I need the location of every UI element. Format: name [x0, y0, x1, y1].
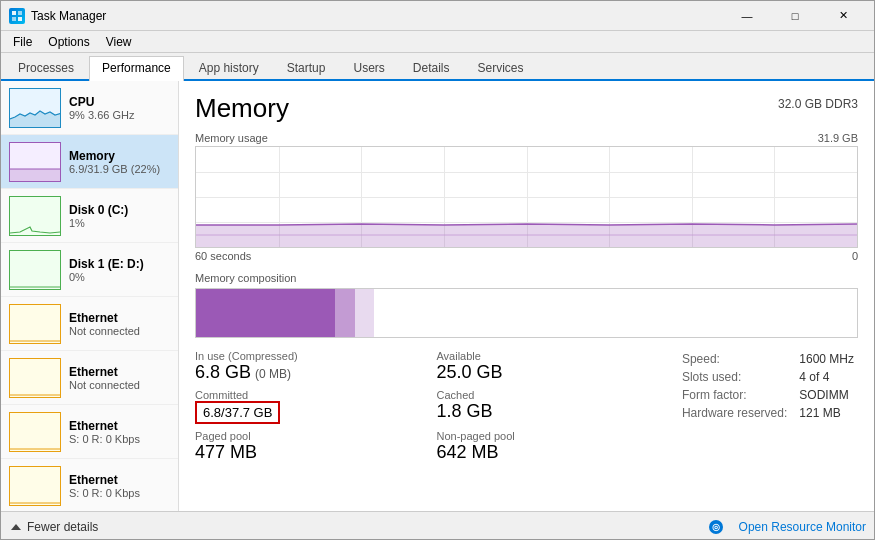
disk0-thumbnail: [9, 196, 61, 236]
chart-label: Memory usage: [195, 132, 268, 144]
sidebar-item-memory[interactable]: Memory 6.9/31.9 GB (22%): [1, 135, 178, 189]
content-area: Memory 32.0 GB DDR3 Memory usage 31.9 GB: [179, 81, 874, 511]
eth2-sidebar-text: Ethernet Not connected: [69, 365, 140, 391]
cpu-usage: 9% 3.66 GHz: [69, 109, 134, 121]
svg-rect-3: [18, 17, 22, 21]
in-use-value: 6.8 GB: [195, 362, 251, 383]
slots-value: 4 of 4: [795, 368, 858, 386]
sidebar-item-disk0[interactable]: Disk 0 (C:) 1%: [1, 189, 178, 243]
title-bar: Task Manager — □ ✕: [1, 1, 874, 31]
tab-details[interactable]: Details: [400, 56, 463, 79]
status-bar: Fewer details ◎ Open Resource Monitor: [1, 511, 874, 540]
eth1-status: Not connected: [69, 325, 140, 337]
svg-rect-0: [12, 11, 16, 15]
sidebar-item-eth1[interactable]: Ethernet Not connected: [1, 297, 178, 351]
comp-standby: [355, 289, 375, 337]
maximize-button[interactable]: □: [772, 1, 818, 31]
in-use-sub: (0 MB): [255, 367, 291, 381]
eth3-sidebar-text: Ethernet S: 0 R: 0 Kbps: [69, 419, 140, 445]
tab-services[interactable]: Services: [465, 56, 537, 79]
eth2-label: Ethernet: [69, 365, 140, 379]
eth1-thumbnail: [9, 304, 61, 344]
eth4-sidebar-text: Ethernet S: 0 R: 0 Kbps: [69, 473, 140, 499]
eth1-sidebar-text: Ethernet Not connected: [69, 311, 140, 337]
comp-modified: [335, 289, 355, 337]
slots-label: Slots used:: [678, 368, 795, 386]
chart-time-left: 60 seconds: [195, 250, 251, 262]
tab-bar: Processes Performance App history Startu…: [1, 53, 874, 81]
minimize-button[interactable]: —: [724, 1, 770, 31]
fewer-details-button[interactable]: Fewer details: [9, 520, 98, 534]
cached-value: 1.8 GB: [436, 401, 657, 422]
stat-row-form: Form factor: SODIMM: [678, 386, 858, 404]
available-label: Available: [436, 350, 657, 362]
form-value: SODIMM: [795, 386, 858, 404]
menu-bar: File Options View: [1, 31, 874, 53]
chart-time-row: 60 seconds 0: [195, 250, 858, 262]
memory-label: Memory: [69, 149, 160, 163]
svg-rect-2: [12, 17, 16, 21]
eth3-status: S: 0 R: 0 Kbps: [69, 433, 140, 445]
disk0-label: Disk 0 (C:): [69, 203, 128, 217]
window-title: Task Manager: [31, 9, 106, 23]
available-value: 25.0 GB: [436, 362, 657, 383]
memory-thumbnail: [9, 142, 61, 182]
memory-sidebar-text: Memory 6.9/31.9 GB (22%): [69, 149, 160, 175]
memory-usage-chart: [195, 146, 858, 248]
monitor-icon: ◎: [709, 520, 723, 534]
tab-performance[interactable]: Performance: [89, 56, 184, 81]
sidebar-item-disk1[interactable]: Disk 1 (E: D:) 0%: [1, 243, 178, 297]
open-resource-monitor-link[interactable]: Open Resource Monitor: [739, 520, 866, 534]
eth4-status: S: 0 R: 0 Kbps: [69, 487, 140, 499]
cached-label: Cached: [436, 389, 657, 401]
svg-rect-5: [10, 169, 60, 181]
tab-users[interactable]: Users: [340, 56, 397, 79]
stat-row-speed: Speed: 1600 MHz: [678, 350, 858, 368]
eth1-label: Ethernet: [69, 311, 140, 325]
tab-startup[interactable]: Startup: [274, 56, 339, 79]
comp-inuse: [196, 289, 335, 337]
eth3-thumbnail: [9, 412, 61, 452]
paged-label: Paged pool: [195, 430, 416, 442]
hw-value: 121 MB: [795, 404, 858, 422]
form-label: Form factor:: [678, 386, 795, 404]
stat-row-slots: Slots used: 4 of 4: [678, 368, 858, 386]
memory-composition-section: Memory composition: [195, 272, 858, 338]
chart-label-row: Memory usage 31.9 GB: [195, 132, 858, 144]
eth4-label: Ethernet: [69, 473, 140, 487]
menu-file[interactable]: File: [5, 33, 40, 51]
left-stats: In use (Compressed) 6.8 GB (0 MB) Availa…: [195, 350, 658, 463]
disk0-sidebar-text: Disk 0 (C:) 1%: [69, 203, 128, 229]
memory-chart-canvas: [196, 147, 857, 247]
right-stats-table: Speed: 1600 MHz Slots used: 4 of 4 Form …: [678, 350, 858, 422]
eth2-status: Not connected: [69, 379, 140, 391]
chevron-up-icon: [9, 520, 23, 534]
title-bar-controls: — □ ✕: [724, 1, 866, 31]
chart-max: 31.9 GB: [818, 132, 858, 144]
page-title: Memory: [195, 93, 289, 124]
hw-label: Hardware reserved:: [678, 404, 795, 422]
sidebar-item-eth3[interactable]: Ethernet S: 0 R: 0 Kbps: [1, 405, 178, 459]
committed-value: 6.8/37.7 GB: [195, 401, 280, 424]
close-button[interactable]: ✕: [820, 1, 866, 31]
speed-value: 1600 MHz: [795, 350, 858, 368]
composition-label: Memory composition: [195, 272, 858, 284]
stats-container: In use (Compressed) 6.8 GB (0 MB) Availa…: [195, 350, 858, 463]
menu-options[interactable]: Options: [40, 33, 97, 51]
tab-app-history[interactable]: App history: [186, 56, 272, 79]
speed-label: Speed:: [678, 350, 795, 368]
sidebar-item-cpu[interactable]: CPU 9% 3.66 GHz: [1, 81, 178, 135]
stat-paged: Paged pool 477 MB: [195, 430, 416, 463]
content-header: Memory 32.0 GB DDR3: [195, 93, 858, 124]
stat-cached: Cached 1.8 GB: [436, 389, 657, 424]
svg-marker-13: [11, 524, 21, 530]
sidebar-item-eth2[interactable]: Ethernet Not connected: [1, 351, 178, 405]
stats-grid: In use (Compressed) 6.8 GB (0 MB) Availa…: [195, 350, 658, 463]
menu-view[interactable]: View: [98, 33, 140, 51]
sidebar-item-eth4[interactable]: Ethernet S: 0 R: 0 Kbps: [1, 459, 178, 511]
stat-committed: Committed 6.8/37.7 GB: [195, 389, 416, 424]
tab-processes[interactable]: Processes: [5, 56, 87, 79]
stat-row-hw: Hardware reserved: 121 MB: [678, 404, 858, 422]
fewer-details-label: Fewer details: [27, 520, 98, 534]
eth3-label: Ethernet: [69, 419, 140, 433]
